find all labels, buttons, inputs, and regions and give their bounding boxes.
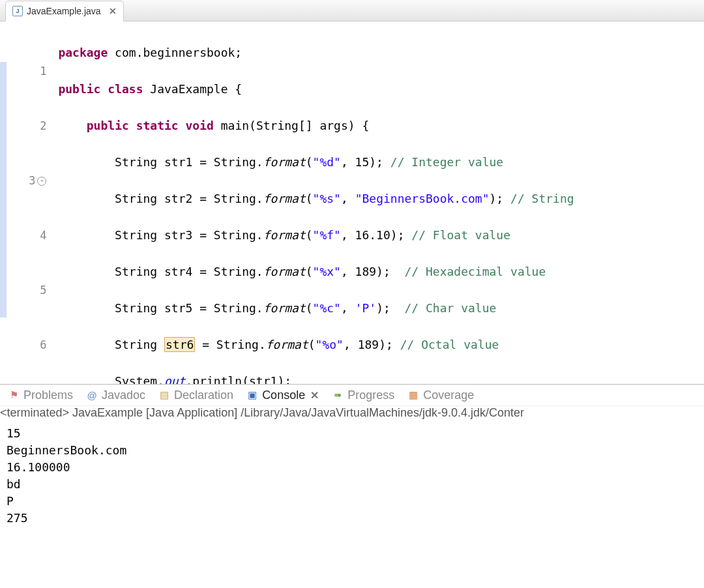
tab-problems[interactable]: ⚑ Problems (8, 389, 73, 402)
console-icon: ▣ (246, 389, 258, 401)
tab-progress[interactable]: ➠ Progress (332, 389, 394, 402)
bottom-tab-bar: ⚑ Problems @ Javadoc ▤ Declaration ▣ Con… (0, 385, 704, 406)
tab-file-name: JavaExample.java (27, 6, 101, 16)
console-line: 16.100000 (7, 459, 704, 476)
problems-icon: ⚑ (8, 389, 20, 401)
java-file-icon: J (12, 6, 23, 16)
code-content[interactable]: package com.beginnersbook; public class … (51, 22, 704, 384)
tab-coverage[interactable]: ▦ Coverage (407, 389, 474, 402)
fold-minus-icon[interactable]: - (37, 177, 46, 186)
console-line: BeginnersBook.com (7, 442, 704, 459)
variable-highlight: str6 (164, 337, 195, 352)
coverage-icon: ▦ (407, 389, 419, 401)
declaration-icon: ▤ (158, 389, 170, 401)
close-icon[interactable]: ✕ (109, 6, 117, 16)
console-run-header: <terminated> JavaExample [Java Applicati… (0, 406, 704, 420)
console-line: bd (7, 476, 704, 493)
javadoc-icon: @ (86, 389, 98, 401)
close-icon[interactable]: ✕ (310, 389, 319, 402)
line-numbers: 1 2 3- 4 5 6 7 8 9 10 11 12 13 14 15 16 … (7, 22, 51, 384)
console-output[interactable]: 15 BeginnersBook.com 16.100000 bd P 275 (0, 422, 704, 527)
file-tab-javaexample[interactable]: J JavaExample.java ✕ (5, 1, 124, 22)
editor-tab-bar: J JavaExample.java ✕ (0, 0, 704, 22)
bottom-panel: ⚑ Problems @ Javadoc ▤ Declaration ▣ Con… (0, 384, 704, 583)
tab-javadoc[interactable]: @ Javadoc (86, 389, 145, 402)
ide-window: J JavaExample.java ✕ 1 2 3- 4 5 6 7 8 9 … (0, 0, 704, 588)
console-line: P (7, 493, 704, 510)
tab-console[interactable]: ▣ Console ✕ (246, 389, 319, 402)
console-line: 15 (7, 425, 704, 442)
tab-declaration[interactable]: ▤ Declaration (158, 389, 233, 402)
progress-icon: ➠ (332, 389, 344, 401)
code-editor[interactable]: 1 2 3- 4 5 6 7 8 9 10 11 12 13 14 15 16 … (0, 22, 704, 384)
folding-strip (0, 22, 7, 384)
console-line: 275 (7, 510, 704, 527)
